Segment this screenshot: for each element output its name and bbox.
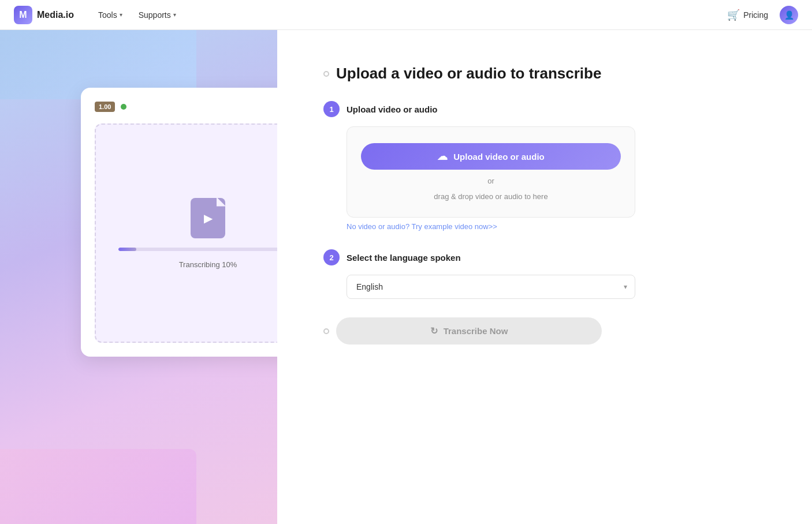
nav-right: 🛒 Pricing 👤 — [727, 6, 798, 24]
right-panel: Upload a video or audio to transcribe 1 … — [277, 30, 812, 524]
pricing-link[interactable]: 🛒 Pricing — [727, 9, 768, 21]
deco-bottom-shape — [0, 449, 196, 524]
upload-drop-area[interactable]: ☁ Upload video or audio or drag & drop v… — [347, 126, 635, 218]
bottom-dot-icon — [323, 328, 329, 334]
step1-number: 1 — [323, 101, 340, 117]
supports-chevron-icon: ▾ — [173, 12, 176, 18]
language-select-input[interactable]: English Spanish French German Chinese Ja… — [347, 275, 635, 299]
section-header: Upload a video or audio to transcribe — [323, 65, 766, 83]
card-badge: 1.00 — [95, 102, 115, 112]
language-select-wrapper: English Spanish French German Chinese Ja… — [347, 275, 635, 299]
logo-link[interactable]: m Media.io — [14, 6, 74, 24]
progress-bar-container — [118, 248, 277, 251]
preview-card: 1.00 ▶ Transcribing 10% — [81, 88, 277, 357]
file-icon: ▶ — [191, 198, 225, 238]
step2-number: 2 — [323, 249, 340, 265]
step2-section: 2 Select the language spoken English Spa… — [323, 249, 766, 299]
logo-icon: m — [14, 6, 32, 24]
main-content: 1.00 ▶ Transcribing 10% Upload a video — [0, 30, 812, 524]
step1-section: 1 Upload video or audio ☁ Upload video o… — [323, 101, 766, 231]
transcribe-button-label: Transcribe Now — [444, 326, 508, 336]
tools-chevron-icon: ▾ — [120, 12, 122, 18]
play-icon: ▶ — [204, 211, 213, 225]
transcribing-text: Transcribing 10% — [179, 260, 237, 269]
tools-menu-item[interactable]: Tools ▾ — [92, 7, 128, 23]
user-avatar[interactable]: 👤 — [780, 6, 798, 24]
card-upload-area: ▶ Transcribing 10% — [95, 123, 277, 343]
upload-button[interactable]: ☁ Upload video or audio — [361, 143, 621, 170]
progress-bar-fill — [118, 248, 136, 251]
logo-text: Media.io — [37, 10, 74, 20]
section-dot-icon — [323, 71, 329, 77]
example-video-link[interactable]: No video or audio? Try example video now… — [347, 222, 766, 231]
drag-drop-text: drag & drop video or audio to here — [434, 192, 547, 201]
left-panel: 1.00 ▶ Transcribing 10% — [0, 30, 277, 524]
step1-header: 1 Upload video or audio — [323, 101, 766, 117]
page-title: Upload a video or audio to transcribe — [336, 65, 601, 83]
upload-button-label: Upload video or audio — [453, 152, 545, 162]
card-status-dot — [121, 104, 126, 110]
upload-or-text: or — [487, 177, 494, 185]
bottom-section: ↻ Transcribe Now — [323, 317, 766, 345]
transcribe-now-button[interactable]: ↻ Transcribe Now — [336, 317, 602, 345]
nav-menu: Tools ▾ Supports ▾ — [92, 7, 182, 23]
transcribe-icon: ↻ — [430, 325, 438, 336]
step1-label: Upload video or audio — [347, 104, 438, 114]
step2-label: Select the language spoken — [347, 253, 461, 263]
navbar: m Media.io Tools ▾ Supports ▾ 🛒 Pricing … — [0, 0, 812, 30]
progress-bar-background — [118, 248, 277, 251]
cart-icon: 🛒 — [727, 9, 740, 21]
card-header: 1.00 — [95, 102, 277, 112]
cloud-upload-icon: ☁ — [437, 150, 448, 163]
step2-header: 2 Select the language spoken — [323, 249, 766, 265]
supports-menu-item[interactable]: Supports ▾ — [133, 7, 182, 23]
